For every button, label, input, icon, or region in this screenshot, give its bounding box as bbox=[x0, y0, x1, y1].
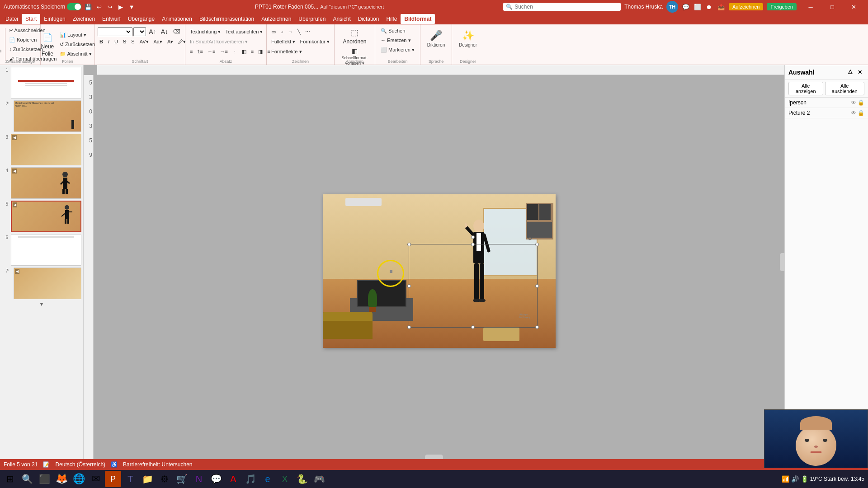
undo-icon[interactable]: ↩ bbox=[95, 3, 103, 11]
menu-bildschirmpraesenation[interactable]: Bildschirmpräsentation bbox=[196, 14, 258, 24]
strikethrough-btn[interactable]: S bbox=[121, 37, 128, 46]
text-ausrichten-btn[interactable]: Text ausrichten ▾ bbox=[223, 27, 264, 36]
handle-tl[interactable] bbox=[407, 243, 411, 246]
indent-less-btn[interactable]: ←≡ bbox=[206, 47, 217, 56]
canvas-area[interactable]: 15 12 9 6 3 0 3 6 9 12 15 5 3 0 3 5 9 bbox=[84, 65, 784, 459]
battery-icon[interactable]: 🔋 bbox=[801, 475, 808, 483]
settings-icon[interactable]: ⚙ bbox=[528, 235, 533, 242]
handle-tm[interactable] bbox=[471, 243, 475, 246]
charspacing-btn[interactable]: AV▾ bbox=[138, 37, 151, 46]
present-icon[interactable]: ▶ bbox=[117, 3, 125, 11]
chevron-up-icon[interactable]: △ bbox=[846, 68, 854, 75]
diktieren-btn[interactable]: 🎤 Diktieren bbox=[425, 26, 448, 51]
handle-tr[interactable] bbox=[535, 243, 539, 246]
ribbon-einfuegen-btn[interactable]: 📋 Einfügen bbox=[0, 34, 3, 55]
fontcolor-btn[interactable]: A▾ bbox=[165, 37, 175, 46]
excel-icon[interactable]: X bbox=[277, 471, 293, 487]
handle-br[interactable] bbox=[535, 325, 539, 329]
align-center-btn[interactable]: ≡ bbox=[249, 47, 255, 56]
suchen-btn[interactable]: 🔍 Suchen bbox=[379, 26, 416, 35]
list-ul-btn[interactable]: ≡ bbox=[188, 47, 194, 56]
abschnitt-btn[interactable]: 📁 Abschnitt ▾ bbox=[58, 50, 97, 59]
lock2-icon[interactable]: 🔒 bbox=[858, 110, 864, 116]
rotate-handle[interactable] bbox=[471, 235, 475, 239]
slide-img-4[interactable]: ◀ bbox=[11, 167, 81, 199]
show-all-btn[interactable]: Alle anzeigen bbox=[788, 82, 823, 95]
cols-btn[interactable]: ⋮ bbox=[231, 47, 239, 56]
slide-img-3[interactable]: ◀ bbox=[11, 134, 81, 165]
slide-thumb-6[interactable]: 6 bbox=[2, 234, 81, 266]
anordnen-btn[interactable]: ⬚ Anordnen bbox=[340, 26, 368, 46]
app1-icon[interactable]: 🐍 bbox=[294, 471, 310, 487]
teams-icon[interactable]: T bbox=[122, 471, 138, 487]
clock[interactable]: 13:45 bbox=[851, 476, 864, 482]
font-size-select[interactable] bbox=[133, 27, 146, 36]
menu-animationen[interactable]: Animationen bbox=[158, 14, 196, 24]
slide-thumb-1[interactable]: 1 bbox=[2, 67, 81, 99]
panel-item-picture2[interactable]: Picture 2 👁 🔒 bbox=[785, 108, 868, 118]
fulleffekt-btn[interactable]: Fülleffekt ▾ bbox=[269, 37, 297, 46]
close-btn[interactable]: ✕ bbox=[844, 0, 864, 14]
menu-hilfe[interactable]: Hilfe bbox=[382, 14, 401, 24]
handle-bm[interactable] bbox=[471, 325, 475, 329]
shape-arrow[interactable]: → bbox=[286, 27, 295, 36]
indent-more-btn[interactable]: →≡ bbox=[218, 47, 229, 56]
font-increase-btn[interactable]: A↑ bbox=[147, 27, 158, 36]
handle-bl[interactable] bbox=[407, 325, 411, 329]
menu-bildformat[interactable]: Bildformat bbox=[401, 14, 435, 24]
scroll-down[interactable]: ▼ bbox=[2, 301, 81, 307]
store-icon[interactable]: 🛒 bbox=[174, 471, 190, 487]
italic-btn[interactable]: I bbox=[106, 37, 111, 46]
zuruecksetzen-btn2[interactable]: ↺ Zurücksetzen bbox=[58, 40, 97, 49]
music-icon[interactable]: 🎵 bbox=[242, 471, 259, 487]
ersetzen-btn[interactable]: ↔ Ersetzen ▾ bbox=[379, 36, 416, 45]
slide-thumb-3[interactable]: 3 ◀ bbox=[2, 134, 81, 165]
edge-icon[interactable]: e bbox=[259, 471, 276, 487]
panel-close-btn[interactable]: ✕ bbox=[855, 68, 864, 77]
font-family-select[interactable] bbox=[98, 27, 132, 36]
slide-thumb-4[interactable]: 4 ◀ bbox=[2, 167, 81, 199]
onenote-icon[interactable]: N bbox=[191, 471, 207, 487]
menu-einfuegen[interactable]: Einfügen bbox=[40, 14, 69, 24]
resize-handle-right[interactable] bbox=[780, 253, 784, 271]
powerpoint-icon[interactable]: P bbox=[105, 471, 121, 487]
menu-ueberpruefen[interactable]: Überprüfen bbox=[295, 14, 329, 24]
chrome-icon[interactable]: 🌐 bbox=[71, 471, 87, 487]
search-box[interactable]: 🔍 bbox=[503, 3, 621, 11]
slide-img-6[interactable] bbox=[11, 234, 81, 266]
outlook-icon[interactable]: ✉ bbox=[88, 471, 104, 487]
app2-icon[interactable]: 🎮 bbox=[311, 471, 327, 487]
slide-img-7[interactable]: ◀ bbox=[14, 267, 81, 299]
slide-img-1[interactable] bbox=[11, 67, 81, 99]
hide-all-btn[interactable]: Alle ausblenden bbox=[825, 82, 864, 95]
explorer-icon[interactable]: 📁 bbox=[139, 471, 156, 487]
shape-ellipse[interactable]: ○ bbox=[278, 27, 285, 36]
share-icon[interactable]: 📤 bbox=[717, 3, 725, 11]
menu-entwurf[interactable]: Entwurf bbox=[99, 14, 124, 24]
menu-datei[interactable]: Datei bbox=[2, 14, 22, 24]
panel-item-person[interactable]: !person 👁 🔒 bbox=[785, 98, 868, 108]
bold-btn[interactable]: B bbox=[98, 37, 105, 46]
designer-btn[interactable]: ✨ Designer bbox=[457, 26, 479, 51]
menu-zeichnen[interactable]: Zeichnen bbox=[69, 14, 99, 24]
slide-thumb-2[interactable]: 2 * Mentalmodell für Menschen, die zu vi… bbox=[2, 100, 81, 132]
formeffekte-btn[interactable]: Formeffekte ▾ bbox=[269, 47, 304, 56]
align-right-btn[interactable]: ◨ bbox=[256, 47, 264, 56]
menu-aufzeichnen[interactable]: Aufzeichnen bbox=[258, 14, 295, 24]
more-icon[interactable]: ▼ bbox=[127, 3, 136, 11]
slide-thumb-7[interactable]: 7 * ◀ bbox=[2, 267, 81, 299]
neue-folie-btn[interactable]: 📄 Neue Folie bbox=[38, 33, 57, 57]
minimize-btn[interactable]: ─ bbox=[800, 0, 821, 14]
layout-btn[interactable]: 📊 Layout ▾ bbox=[58, 31, 97, 40]
clear-format-btn[interactable]: ⌫ bbox=[171, 27, 182, 36]
resize-handle-bottom[interactable] bbox=[425, 455, 443, 459]
slide-thumb-5[interactable]: 5 ◀ bbox=[2, 201, 81, 232]
network-icon[interactable]: 📶 bbox=[782, 475, 789, 483]
shape-line[interactable]: ╲ bbox=[296, 27, 302, 36]
underline-btn[interactable]: U bbox=[113, 37, 120, 46]
search-input[interactable] bbox=[514, 4, 618, 10]
markieren-btn[interactable]: ⬜ Markieren ▾ bbox=[379, 45, 416, 54]
font-decrease-btn[interactable]: A↓ bbox=[159, 27, 170, 36]
taskview-btn[interactable]: ⬛ bbox=[36, 471, 52, 487]
handle-mr[interactable] bbox=[535, 284, 539, 288]
